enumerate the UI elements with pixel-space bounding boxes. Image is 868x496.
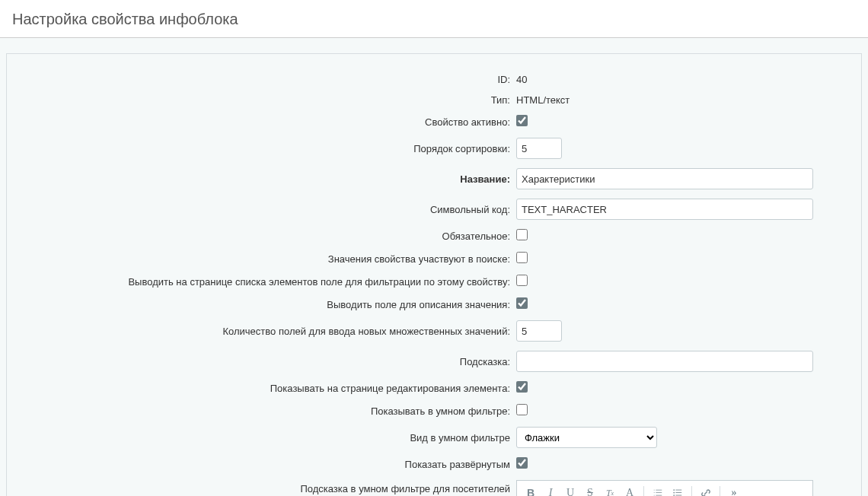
row-sort: Порядок сортировки: [30,133,838,164]
row-multi-count: Количество полей для ввода новых множест… [30,316,838,346]
row-smart-filter-hint: Подсказка в умном фильтре для посетителе… [30,475,838,496]
expanded-label: Показать развёрнутым [30,453,513,475]
filter-checkbox[interactable] [516,275,528,286]
editor-toolbar: B I U S Tx A [517,481,812,496]
underline-icon[interactable]: U [561,484,579,496]
row-active: Свойство активно: [30,110,838,133]
separator-icon [643,486,644,496]
active-label: Свойство активно: [30,110,513,133]
row-show-on-edit: Показывать на странице редактирования эл… [30,377,838,399]
italic-icon[interactable]: I [541,484,560,496]
smart-filter-show-label: Показывать в умном фильтре: [30,399,513,422]
row-type: Тип: HTML/текст [30,90,838,110]
filter-label: Выводить на странице списка элементов по… [30,270,513,293]
smart-filter-show-checkbox[interactable] [516,404,528,415]
id-value: 40 [513,69,838,90]
row-searchable: Значения свойства участвуют в поиске: [30,247,838,270]
text-color-icon[interactable]: A [621,484,639,496]
rich-editor: B I U S Tx A [516,480,813,496]
separator-icon [691,486,692,496]
row-filter: Выводить на странице списка элементов по… [30,270,838,293]
searchable-checkbox[interactable] [516,252,528,263]
hint-label: Подсказка: [30,346,513,377]
clear-format-icon[interactable]: Tx [601,484,619,496]
row-smart-filter-show: Показывать в умном фильтре: [30,399,838,422]
row-code: Символьный код: [30,194,838,224]
name-input[interactable] [516,168,813,189]
unordered-list-icon[interactable] [669,484,687,496]
row-name: Название: [30,164,838,194]
content-wrap: ID: 40 Тип: HTML/текст Свойство активно:… [0,38,868,496]
smart-filter-view-select[interactable]: Флажки [516,427,657,448]
with-desc-checkbox[interactable] [516,297,528,309]
row-required: Обязательное: [30,224,838,247]
bold-icon[interactable]: B [522,484,540,496]
separator-icon [720,486,720,496]
form-panel: ID: 40 Тип: HTML/текст Свойство активно:… [6,53,862,496]
show-on-edit-label: Показывать на странице редактирования эл… [30,377,513,399]
searchable-label: Значения свойства участвуют в поиске: [30,247,513,270]
hint-input[interactable] [516,351,813,372]
row-smart-filter-view: Вид в умном фильтре Флажки [30,422,838,453]
row-expanded: Показать развёрнутым [30,453,838,475]
required-checkbox[interactable] [516,229,528,240]
svg-point-0 [673,489,675,491]
strike-icon[interactable]: S [581,484,599,496]
row-with-desc: Выводить поле для описания значения: [30,293,838,316]
code-label: Символьный код: [30,194,513,224]
form-table: ID: 40 Тип: HTML/текст Свойство активно:… [30,69,838,496]
ordered-list-icon[interactable] [649,484,667,496]
svg-point-1 [673,492,675,494]
active-checkbox[interactable] [516,115,528,126]
show-on-edit-checkbox[interactable] [516,381,528,393]
sort-input[interactable] [516,138,562,159]
type-value: HTML/текст [513,90,838,110]
page-title: Настройка свойства инфоблока [0,0,868,38]
multi-count-label: Количество полей для ввода новых множест… [30,316,513,346]
row-id: ID: 40 [30,69,838,90]
code-input[interactable] [516,199,813,220]
expanded-checkbox[interactable] [516,457,528,469]
multi-count-input[interactable] [516,320,562,342]
smart-filter-hint-label: Подсказка в умном фильтре для посетителе… [30,475,513,496]
row-hint: Подсказка: [30,346,838,377]
required-label: Обязательное: [30,224,513,247]
type-label: Тип: [30,90,513,110]
more-icon[interactable]: » [725,484,743,496]
name-label: Название: [30,164,513,194]
sort-label: Порядок сортировки: [30,133,513,164]
link-icon[interactable] [697,484,715,496]
with-desc-label: Выводить поле для описания значения: [30,293,513,316]
id-label: ID: [30,69,513,90]
smart-filter-view-label: Вид в умном фильтре [30,422,513,453]
